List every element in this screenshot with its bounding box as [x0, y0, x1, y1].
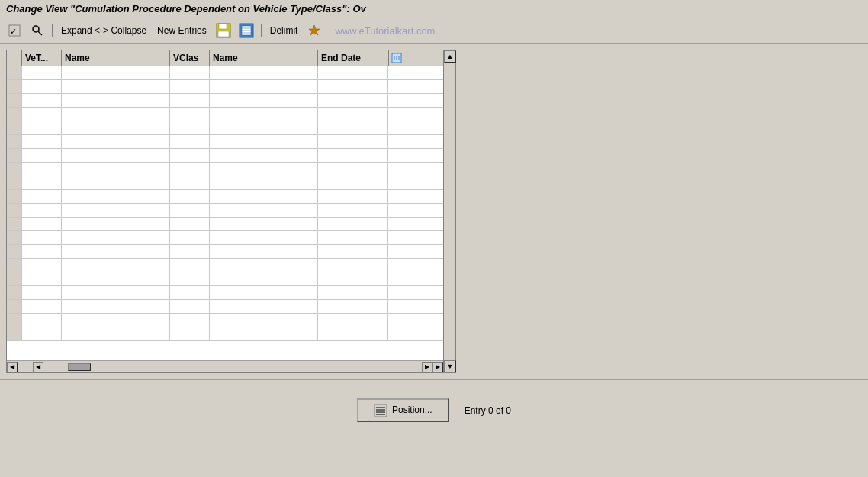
hscroll-right-btn[interactable]: ▶	[432, 362, 443, 372]
row-selector-17[interactable]	[7, 300, 22, 313]
row-selector-12[interactable]	[7, 231, 22, 244]
copy-button[interactable]	[236, 21, 256, 40]
cell-r8-c3[interactable]	[210, 176, 318, 189]
cell-r6-c1[interactable]	[62, 149, 170, 162]
cell-r19-c3[interactable]	[210, 327, 318, 340]
cell-r5-c0[interactable]	[22, 135, 62, 148]
cell-r8-c4[interactable]	[318, 176, 388, 189]
row-selector-11[interactable]	[7, 218, 22, 230]
cell-r10-c4[interactable]	[318, 204, 388, 217]
expand-columns-button[interactable]	[388, 50, 403, 66]
cell-r15-c4[interactable]	[318, 272, 388, 285]
row-selector-14[interactable]	[7, 259, 22, 272]
cell-r3-c3[interactable]	[210, 108, 318, 121]
table-row[interactable]	[7, 314, 443, 327]
cell-r4-c2[interactable]	[170, 121, 210, 134]
save-button[interactable]	[214, 21, 233, 40]
cell-r14-c4[interactable]	[318, 259, 388, 272]
horizontal-scrollbar[interactable]: ◀ ◀ ▶ ▶	[7, 360, 443, 372]
cell-r10-c2[interactable]	[170, 204, 210, 217]
cell-r18-c4[interactable]	[318, 314, 388, 327]
cell-r7-c0[interactable]	[22, 163, 62, 176]
cell-r11-c3[interactable]	[210, 218, 318, 230]
position-button[interactable]: Position...	[357, 398, 449, 421]
row-selector-0[interactable]	[7, 66, 22, 79]
cell-r1-c2[interactable]	[170, 80, 210, 93]
cell-r1-c0[interactable]	[22, 80, 62, 93]
cell-r6-c3[interactable]	[210, 149, 318, 162]
cell-r17-c4[interactable]	[318, 300, 388, 313]
cell-r5-c4[interactable]	[318, 135, 388, 148]
cell-r13-c3[interactable]	[210, 245, 318, 258]
cell-r5-c3[interactable]	[210, 135, 318, 148]
cell-r12-c4[interactable]	[318, 231, 388, 244]
cell-r4-c4[interactable]	[318, 121, 388, 134]
cell-r14-c3[interactable]	[210, 259, 318, 272]
cell-r9-c1[interactable]	[62, 190, 170, 203]
hscroll-nav-left-btn[interactable]: ◀	[33, 362, 43, 372]
cell-r17-c1[interactable]	[62, 300, 170, 313]
delimit-button[interactable]: Delimit	[266, 23, 302, 38]
cell-r17-c0[interactable]	[22, 300, 62, 313]
row-selector-3[interactable]	[7, 108, 22, 121]
cell-r4-c3[interactable]	[210, 121, 318, 134]
table-row[interactable]	[7, 286, 443, 300]
cell-r7-c2[interactable]	[170, 163, 210, 176]
row-selector-16[interactable]	[7, 286, 22, 299]
settings-button[interactable]	[304, 21, 324, 40]
cell-r7-c4[interactable]	[318, 163, 388, 176]
cell-r10-c3[interactable]	[210, 204, 318, 217]
table-row[interactable]	[7, 272, 443, 286]
row-selector-10[interactable]	[7, 204, 22, 217]
cell-r12-c0[interactable]	[22, 231, 62, 244]
row-selector-5[interactable]	[7, 135, 22, 148]
row-selector-6[interactable]	[7, 149, 22, 162]
cell-r1-c3[interactable]	[210, 80, 318, 93]
table-row[interactable]	[7, 66, 443, 80]
cell-r14-c2[interactable]	[170, 259, 210, 272]
cell-r6-c2[interactable]	[170, 149, 210, 162]
table-row[interactable]	[7, 204, 443, 218]
cell-r18-c0[interactable]	[22, 314, 62, 327]
hscroll-left-btn[interactable]: ◀	[7, 362, 18, 372]
table-row[interactable]	[7, 176, 443, 190]
cell-r10-c0[interactable]	[22, 204, 62, 217]
table-row[interactable]	[7, 121, 443, 135]
table-row[interactable]	[7, 190, 443, 204]
cell-r18-c1[interactable]	[62, 314, 170, 327]
cell-r18-c2[interactable]	[170, 314, 210, 327]
cell-r19-c2[interactable]	[170, 327, 210, 340]
find-button[interactable]	[27, 21, 47, 40]
cell-r19-c1[interactable]	[62, 327, 170, 340]
row-selector-1[interactable]	[7, 80, 22, 93]
cell-r3-c2[interactable]	[170, 108, 210, 121]
cell-r11-c0[interactable]	[22, 218, 62, 230]
cell-r4-c1[interactable]	[62, 121, 170, 134]
cell-r12-c3[interactable]	[210, 231, 318, 244]
cell-r1-c4[interactable]	[318, 80, 388, 93]
cell-r1-c1[interactable]	[62, 80, 170, 93]
cell-r9-c2[interactable]	[170, 190, 210, 203]
row-selector-13[interactable]	[7, 245, 22, 258]
vscroll-down-btn[interactable]: ▼	[444, 360, 456, 372]
table-row[interactable]	[7, 259, 443, 272]
row-selector-2[interactable]	[7, 94, 22, 107]
cell-r6-c0[interactable]	[22, 149, 62, 162]
check-button[interactable]: ✓	[5, 21, 24, 40]
cell-r11-c4[interactable]	[318, 218, 388, 230]
cell-r11-c1[interactable]	[62, 218, 170, 230]
cell-r7-c3[interactable]	[210, 163, 318, 176]
row-selector-15[interactable]	[7, 272, 22, 285]
cell-r7-c1[interactable]	[62, 163, 170, 176]
cell-r3-c4[interactable]	[318, 108, 388, 121]
table-row[interactable]	[7, 80, 443, 94]
cell-r16-c4[interactable]	[318, 286, 388, 299]
cell-r9-c3[interactable]	[210, 190, 318, 203]
cell-r12-c2[interactable]	[170, 231, 210, 244]
hscroll-thumb[interactable]	[68, 363, 91, 371]
row-selector-4[interactable]	[7, 121, 22, 134]
cell-r13-c2[interactable]	[170, 245, 210, 258]
cell-r16-c0[interactable]	[22, 286, 62, 299]
cell-r17-c2[interactable]	[170, 300, 210, 313]
cell-r19-c0[interactable]	[22, 327, 62, 340]
